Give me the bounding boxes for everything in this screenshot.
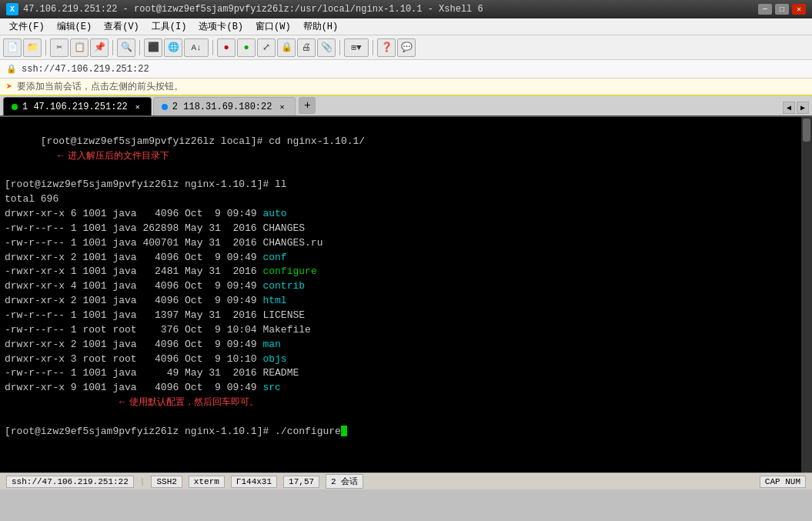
tab-next-button[interactable]: ▶	[797, 102, 809, 114]
status-size: Γ144x31	[231, 476, 277, 488]
info-arrow-icon: ➤	[6, 80, 12, 93]
lock-icon: 🔒	[6, 64, 17, 74]
tab1-status-dot	[12, 104, 18, 110]
toolbar-lock[interactable]: 🔒	[277, 38, 296, 57]
tab-add-button[interactable]: +	[299, 97, 316, 114]
status-protocol: SSH2	[151, 476, 182, 488]
toolbar-connect[interactable]: ⬛	[144, 38, 162, 57]
tab2-close-button[interactable]: ✕	[276, 102, 287, 112]
toolbar-sep2	[112, 40, 113, 55]
tab1-close-button[interactable]: ✕	[132, 102, 143, 112]
info-text: 要添加当前会话，点击左侧的前头按钮。	[17, 80, 183, 93]
terminal-line-4: drwxr-xr-x 6 1001 java 4096 Oct 9 09:49 …	[5, 207, 797, 222]
status-term: xterm	[189, 476, 225, 488]
terminal-line-15: -rw-r--r-- 1 1001 java 49 May 31 2016 RE…	[5, 366, 797, 381]
toolbar-sep6	[373, 40, 373, 55]
menu-file[interactable]: 文件(F)	[3, 18, 51, 35]
tab-bar: 1 47.106.219.251:22 ✕ 2 118.31.69.180:22…	[0, 95, 812, 117]
toolbar-globe[interactable]: 🌐	[164, 38, 182, 57]
terminal-wrapper: [root@izwz9ef5sjam9pvfyiz26lz local]# cd…	[0, 117, 812, 473]
toolbar-sep1	[45, 40, 46, 55]
terminal-line-17: [root@izwz9ef5sjam9pvfyiz26lz nginx-1.10…	[5, 425, 797, 439]
tab-1[interactable]: 1 47.106.219.251:22 ✕	[3, 97, 152, 115]
toolbar-layout[interactable]: ⊞▼	[344, 38, 369, 57]
status-sessions: 2 会话	[326, 474, 363, 489]
minimize-button[interactable]: ─	[758, 4, 772, 15]
terminal-line-2: [root@izwz9ef5sjam9pvfyiz26lz nginx-1.10…	[5, 178, 797, 192]
tab1-label: 1 47.106.219.251:22	[22, 102, 128, 112]
toolbar-new[interactable]: 📄	[3, 38, 22, 57]
terminal-line-11: -rw-r--r-- 1 1001 java 1397 May 31 2016 …	[5, 309, 797, 323]
status-indicators-group: CAP NUM	[760, 476, 806, 488]
toolbar-sep4	[212, 40, 213, 55]
menu-tabs[interactable]: 选项卡(B)	[192, 18, 249, 35]
toolbar-sep3	[139, 40, 140, 55]
toolbar-clip[interactable]: 📎	[317, 38, 336, 57]
address-text[interactable]: ssh://47.106.219.251:22	[22, 64, 149, 75]
toolbar-sep5	[339, 40, 340, 55]
toolbar-help[interactable]: ❓	[377, 38, 396, 57]
terminal-line-6: -rw-r--r-- 1 1001 java 400701 May 31 201…	[5, 236, 797, 251]
toolbar-cut[interactable]: ✂	[50, 38, 69, 57]
terminal-line-13: drwxr-xr-x 2 1001 java 4096 Oct 9 09:49 …	[5, 338, 797, 352]
terminal[interactable]: [root@izwz9ef5sjam9pvfyiz26lz local]# cd…	[0, 117, 801, 473]
app-icon: X	[6, 3, 18, 15]
terminal-line-14: drwxr-xr-x 3 root root 4096 Oct 9 10:10 …	[5, 352, 797, 367]
status-bar: ssh://47.106.219.251:22 | SSH2 xterm Γ14…	[0, 473, 812, 489]
tab-prev-button[interactable]: ◀	[783, 102, 795, 114]
terminal-line-12: -rw-r--r-- 1 root root 376 Oct 9 10:04 M…	[5, 323, 797, 338]
tab2-status-dot	[162, 104, 168, 110]
terminal-line-1: [root@izwz9ef5sjam9pvfyiz26lz local]# cd…	[5, 120, 797, 178]
terminal-line-7: drwxr-xr-x 2 1001 java 4096 Oct 9 09:49 …	[5, 251, 797, 266]
tab2-label: 2 118.31.69.180:22	[172, 102, 272, 112]
toolbar-font[interactable]: A↓	[184, 38, 209, 57]
terminal-line-5: -rw-r--r-- 1 1001 java 262898 May 31 201…	[5, 222, 797, 236]
status-address: ssh://47.106.219.251:22	[6, 476, 134, 488]
menu-view[interactable]: 查看(V)	[98, 18, 145, 35]
tab-2[interactable]: 2 118.31.69.180:22 ✕	[153, 97, 296, 115]
status-speed: 17,57	[283, 476, 319, 488]
toolbar-open[interactable]: 📁	[23, 38, 42, 57]
toolbar-search[interactable]: 🔍	[117, 38, 135, 57]
close-button[interactable]: ✕	[792, 4, 806, 15]
menu-edit[interactable]: 编辑(E)	[51, 18, 99, 35]
terminal-line-10: drwxr-xr-x 2 1001 java 4096 Oct 9 09:49 …	[5, 294, 797, 309]
terminal-line-9: drwxr-xr-x 4 1001 java 4096 Oct 9 09:49 …	[5, 279, 797, 294]
toolbar-paste[interactable]: 📌	[90, 38, 109, 57]
status-indicators: CAP NUM	[760, 476, 806, 488]
toolbar-green[interactable]: ●	[237, 38, 256, 57]
menu-bar: 文件(F) 编辑(E) 查看(V) 工具(I) 选项卡(B) 窗口(W) 帮助(…	[0, 18, 812, 35]
terminal-line-8: -rwxr-xr-x 1 1001 java 2481 May 31 2016 …	[5, 265, 797, 279]
terminal-line-16: drwxr-xr-x 9 1001 java 4096 Oct 9 09:49 …	[5, 381, 797, 425]
toolbar-red[interactable]: ●	[217, 38, 236, 57]
toolbar-expand[interactable]: ⤢	[257, 38, 276, 57]
maximize-button[interactable]: □	[775, 4, 789, 15]
scrollbar-thumb[interactable]	[803, 119, 810, 142]
menu-tools[interactable]: 工具(I)	[145, 18, 193, 35]
address-bar: 🔒 ssh://47.106.219.251:22	[0, 60, 812, 78]
toolbar-print[interactable]: 🖨	[297, 38, 316, 57]
menu-window[interactable]: 窗口(W)	[249, 18, 297, 35]
menu-help[interactable]: 帮助(H)	[297, 18, 345, 35]
toolbar-copy[interactable]: 📋	[70, 38, 89, 57]
title-bar: X 47.106.219.251:22 - root@izwz9ef5sjam9…	[0, 0, 812, 18]
scrollbar-vertical[interactable]	[801, 117, 812, 473]
terminal-line-3: total 696	[5, 192, 797, 207]
toolbar-chat[interactable]: 💬	[397, 38, 416, 57]
toolbar: 📄 📁 ✂ 📋 📌 🔍 ⬛ 🌐 A↓ ● ● ⤢ 🔒 🖨 📎 ⊞▼ ❓ 💬	[0, 35, 812, 60]
tab-nav: ◀ ▶	[783, 102, 809, 115]
info-bar: ➤ 要添加当前会话，点击左侧的前头按钮。	[0, 78, 812, 95]
window-title: 47.106.219.251:22 - root@izwz9ef5sjam9pv…	[23, 4, 483, 15]
